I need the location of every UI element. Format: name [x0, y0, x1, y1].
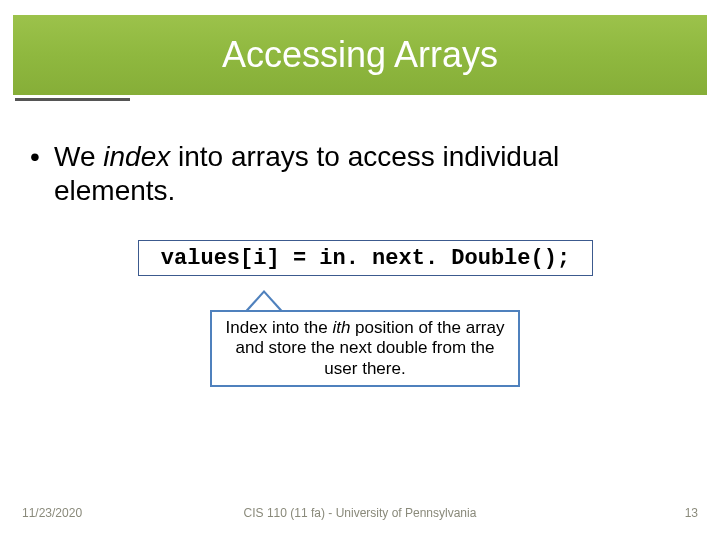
title-bar: Accessing Arrays: [13, 15, 707, 95]
slide: Accessing Arrays • We index into arrays …: [0, 0, 720, 540]
code-snippet: values[i] = in. next. Double();: [138, 240, 593, 276]
footer-center: CIS 110 (11 fa) - University of Pennsylv…: [0, 506, 720, 520]
callout-text: Index into the ith position of the array…: [210, 310, 520, 387]
title-underline: [15, 98, 130, 101]
bullet-marker: •: [30, 140, 40, 174]
bullet-item: • We index into arrays to access individ…: [30, 140, 670, 207]
callout: Index into the ith position of the array…: [210, 290, 520, 387]
slide-title: Accessing Arrays: [222, 34, 498, 76]
callout-pre: Index into the: [226, 318, 333, 337]
callout-em: ith: [332, 318, 350, 337]
bullet-pre: We: [54, 141, 103, 172]
bullet-text: We index into arrays to access individua…: [54, 140, 670, 207]
footer-page-number: 13: [685, 506, 698, 520]
callout-arrow-icon: [244, 290, 284, 312]
bullet-em: index: [103, 141, 170, 172]
